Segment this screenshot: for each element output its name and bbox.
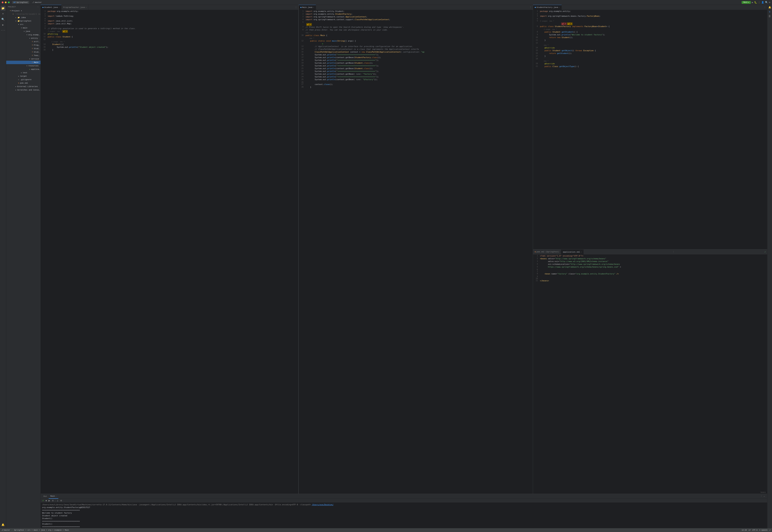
beans-label: beans <box>761 491 766 493</box>
tab-more-button[interactable]: ⋮ <box>294 6 298 8</box>
sidebar-item-target[interactable]: ▸ target <box>6 74 41 78</box>
project-selector[interactable]: ST SpringTest <box>12 1 29 4</box>
minimize-button[interactable] <box>5 2 7 3</box>
sidebar-item-extlibs[interactable]: ▸ External Libraries <box>6 85 41 88</box>
settings-icon[interactable]: ⚙ <box>769 1 770 4</box>
sidebar-item-src[interactable]: ▾ src <box>6 23 41 26</box>
tab-student-java[interactable]: Student.java ✕ <box>41 5 61 10</box>
sidebar-item-project[interactable]: ▾ Project ▾ <box>6 9 41 12</box>
indent-indicator[interactable]: 4 spaces <box>759 529 768 531</box>
expand-icon: ▸ <box>14 89 17 91</box>
run-debug-icon[interactable]: ▶ <box>1 22 6 27</box>
tab-close-icon[interactable]: ✕ <box>581 251 582 253</box>
sidebar-item-applicationxml[interactable]: ✤ application.xml <box>6 68 41 71</box>
explorer-icon[interactable]: 📁 <box>1 6 6 11</box>
notification-icon[interactable]: 🔔 <box>1 522 6 527</box>
code-line: 5 https://www.springframework.org/schema… <box>533 266 767 268</box>
sidebar-item-scratches[interactable]: ▸ Scratches and Consoles <box>6 88 41 92</box>
tab-close-icon[interactable]: ✕ <box>559 6 560 8</box>
main-java-code-area[interactable]: 1 import org.example.entity.Student; 2 i… <box>299 10 533 494</box>
sidebar-item-programteacher[interactable]: C ProgramTeacher <box>6 43 41 47</box>
search-icon[interactable]: 🔍 <box>765 1 768 4</box>
debug-button[interactable]: 🐛 <box>754 1 757 4</box>
tab-label: ProgramTeacher.java <box>63 6 85 8</box>
scroll-end-button[interactable]: ⤓ <box>56 499 59 502</box>
more-icon[interactable]: ··· <box>1 28 6 33</box>
folder-icon: 📁 <box>17 20 20 22</box>
sidebar-item-idea[interactable]: ▸ 📁 .idea <box>6 16 41 19</box>
minimize-panel-icon[interactable]: — <box>764 495 765 497</box>
sidebar-item-teacher[interactable]: C Teacher <box>6 54 41 57</box>
tab-more-button[interactable]: ⋮ <box>763 6 767 8</box>
database-icon[interactable]: 🗄 <box>768 14 772 18</box>
console-line: ================================= <box>42 525 766 528</box>
code-line: 1 import org.example.entity.Student; <box>299 10 533 13</box>
expand-status-icon[interactable]: ⤢ <box>769 529 771 531</box>
tab-more-button[interactable]: ⋮ <box>528 6 533 8</box>
xml-code-area[interactable]: 1 <?xml version="1.0" encoding="UTF-8"?>… <box>533 255 767 494</box>
rerun-button[interactable]: ↺ <box>41 499 44 502</box>
line-col-indicator[interactable]: 12:20 <box>742 529 747 531</box>
code-line: 1 package org.example.entity; <box>41 10 298 13</box>
sidebar-item-artteacher[interactable]: C ArtTeacher <box>6 40 41 43</box>
sidebar-item-test[interactable]: ▸ test <box>6 71 41 74</box>
find-icon[interactable]: 🔍 <box>1 17 6 22</box>
folder-icon: ▾ <box>9 10 12 12</box>
gradle-icon[interactable]: G <box>768 10 772 14</box>
maximize-button[interactable] <box>8 2 10 3</box>
sidebar-item-springtest-inner[interactable]: ▾ 📁 SpringTest <box>6 19 41 23</box>
console-output[interactable]: /Users/eve/Library/Java/JavaVirtualMachi… <box>41 503 767 528</box>
close-button[interactable] <box>2 2 3 3</box>
code-line: 28 } <box>299 86 533 89</box>
tab-close-icon[interactable]: ✕ <box>56 495 57 497</box>
branch-selector[interactable]: ⎇ master <box>31 1 43 4</box>
sidebar-item-service[interactable]: ▾ service <box>6 57 41 61</box>
sidebar-item-java[interactable]: ▾ java <box>6 30 41 33</box>
code-line: 4 xsi:schemaLocation="http://www.springf… <box>533 263 767 266</box>
sidebar-item-gitignore[interactable]: ⊙ .gitignore <box>6 78 41 81</box>
user-icon[interactable]: 👤 <box>761 1 764 4</box>
sidebar-item-springtest[interactable]: ▾ SpringTest ~/Desktop/C5/JavaEE/2 Java … <box>6 12 41 16</box>
encoding-indicator[interactable]: UTF-8 <box>752 529 758 531</box>
tab-main-java[interactable]: Main.java ✕ <box>299 5 316 10</box>
middle-editor-panel: Main.java ✕ ⋮ 1 import org.example.entit… <box>299 5 533 494</box>
bottom-tab-more[interactable]: ⋮ <box>760 495 762 497</box>
tab-studentfactory-java[interactable]: StudentFactory.java ✕ <box>533 5 562 10</box>
tab-close-icon[interactable]: ✕ <box>86 6 87 8</box>
stop-button[interactable]: ■ <box>45 499 47 502</box>
resume-button[interactable]: ▶ <box>48 499 51 502</box>
settings-button[interactable]: ⚙ <box>59 499 63 502</box>
tab-label: pom.xml (SpringTest) <box>536 251 559 253</box>
line-ending-indicator[interactable]: LF <box>749 529 751 531</box>
sidebar-item-pomxml[interactable]: m pom.xml <box>6 81 41 85</box>
sidebar-item-org-example[interactable]: ▾ org.example <box>6 33 41 37</box>
run-button[interactable]: ▶ <box>752 1 753 4</box>
tab-close-icon[interactable]: ✕ <box>58 6 59 8</box>
right-action-bar: 🔔 G 🗄 <box>767 5 772 528</box>
run-config-button[interactable]: Main ▾ <box>742 1 751 4</box>
pause-button[interactable]: ⏸ <box>51 499 54 502</box>
tab-applicationxml[interactable]: application.xml ✕ <box>561 249 584 255</box>
sidebar-more-icon[interactable]: ⋮ <box>37 6 39 8</box>
sidebar-item-entity[interactable]: ▾ entity <box>6 37 41 40</box>
more-actions-button[interactable]: ⋮ <box>758 1 760 4</box>
tab-pomxml[interactable]: m pom.xml (SpringTest) <box>533 249 561 255</box>
tab-programteacher-java[interactable]: ProgramTeacher.java ✕ <box>61 5 88 10</box>
vcs-status[interactable]: ⎇ master <box>1 529 10 531</box>
tab-run[interactable]: Run <box>42 494 49 499</box>
sidebar-item-main-java[interactable]: C Main <box>6 61 41 64</box>
studentfactory-code-area[interactable]: 1 package org.example.entity; 2 3 import… <box>533 10 767 249</box>
tab-main-run[interactable]: Main ✕ <box>49 494 58 499</box>
tab-more-button[interactable]: ⋮ <box>671 251 676 253</box>
sidebar-item-student[interactable]: C Student <box>6 47 41 50</box>
notifications-icon[interactable]: 🔔 <box>768 6 772 9</box>
tab-close-icon[interactable]: ✕ <box>313 6 314 8</box>
branch-icon: ⎇ <box>32 1 34 3</box>
code-line: 12 <box>533 42 767 44</box>
tab-label: Main.java <box>302 6 312 8</box>
vcs-icon[interactable]: ⊕ <box>1 11 6 16</box>
student-java-code-area[interactable]: 1 package org.example.entity; 2 3 import… <box>41 10 298 494</box>
sidebar-item-studentfactory[interactable]: C StudentFactory <box>6 50 41 54</box>
sidebar-item-resources[interactable]: ▾ resources <box>6 64 41 68</box>
sidebar-item-main[interactable]: ▾ main <box>6 26 41 30</box>
